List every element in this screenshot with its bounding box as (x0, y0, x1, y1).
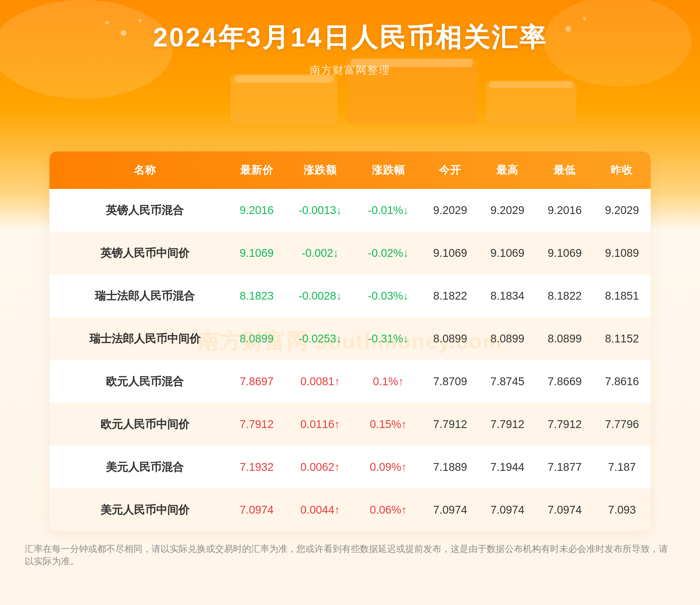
exchange-rate-table: 名称 最新价 涨跌额 涨跌幅 今开 最高 最低 昨收 英镑人民币混合9.2016… (49, 151, 651, 531)
cell-open: 7.1889 (422, 446, 479, 489)
cell-open: 9.1069 (422, 232, 479, 275)
cell-name: 美元人民币中间价 (49, 489, 228, 531)
cell-name: 英镑人民币混合 (49, 189, 228, 232)
cell-change: 0.0062↑ (285, 446, 355, 489)
cell-prev-close: 7.093 (593, 489, 651, 531)
col-header-latest: 最新价 (228, 151, 285, 189)
table-row: 欧元人民币混合7.86970.0081↑0.1%↑7.87097.87457.8… (49, 360, 651, 403)
svg-point-12 (583, 17, 586, 20)
cell-open: 9.2029 (422, 189, 479, 232)
svg-point-8 (121, 30, 126, 36)
cell-prev-close: 7.7796 (593, 403, 651, 446)
cell-change: 0.0044↑ (285, 489, 355, 531)
cell-name: 英镑人民币中间价 (49, 232, 228, 275)
cell-high: 8.1834 (479, 275, 536, 317)
cell-prev-close: 9.1089 (593, 232, 651, 275)
cell-name: 瑞士法郎人民币混合 (49, 275, 228, 317)
cell-prev-close: 7.187 (593, 446, 651, 489)
table-row: 欧元人民币中间价7.79120.0116↑0.15%↑7.79127.79127… (49, 403, 651, 446)
table-body: 英镑人民币混合9.2016-0.0013↓-0.01%↓9.20299.2029… (49, 189, 651, 531)
cell-latest: 7.8697 (228, 360, 285, 403)
cell-change: -0.0028↓ (285, 275, 355, 317)
cell-low: 7.1877 (536, 446, 593, 489)
page-container: 2024年3月14日人民币相关汇率 南方财富网整理 南方财富网 southmon… (0, 0, 700, 605)
cell-high: 9.2029 (479, 189, 536, 232)
cell-latest: 9.1069 (228, 232, 285, 275)
cell-prev-close: 9.2029 (593, 189, 651, 232)
cell-change-pct: 0.09%↑ (355, 446, 421, 489)
cell-change: -0.0253↓ (285, 317, 355, 360)
cell-low: 9.2016 (536, 189, 593, 232)
table-row: 瑞士法郎人民币混合8.1823-0.0028↓-0.03%↓8.18228.18… (49, 275, 651, 317)
footer-note: 汇率在每一分钟或都不尽相同，请以实际兑换或交易时的汇率为准，您或许看到有些数据延… (0, 531, 700, 579)
cell-latest: 7.0974 (228, 489, 285, 531)
cell-latest: 8.0899 (228, 317, 285, 360)
table-row: 美元人民币混合7.19320.0062↑0.09%↑7.18897.19447.… (49, 446, 651, 489)
col-header-name: 名称 (49, 151, 228, 189)
cell-low: 7.8669 (536, 360, 593, 403)
cell-change: -0.002↓ (285, 232, 355, 275)
cell-change: 0.0081↑ (285, 360, 355, 403)
cell-open: 7.7912 (422, 403, 479, 446)
col-header-open: 今开 (422, 151, 479, 189)
cell-latest: 7.7912 (228, 403, 285, 446)
col-header-high: 最高 (479, 151, 536, 189)
col-header-low: 最低 (536, 151, 593, 189)
cell-low: 9.1069 (536, 232, 593, 275)
svg-point-9 (138, 19, 142, 22)
cell-open: 8.0899 (422, 317, 479, 360)
cell-change-pct: 0.1%↑ (355, 360, 421, 403)
col-header-change-pct: 涨跌幅 (355, 151, 421, 189)
table-row: 英镑人民币混合9.2016-0.0013↓-0.01%↓9.20299.2029… (49, 189, 651, 232)
cell-change: -0.0013↓ (285, 189, 355, 232)
cell-open: 8.1822 (422, 275, 479, 317)
cell-name: 美元人民币混合 (49, 446, 228, 489)
exchange-rate-table-wrap: 南方财富网 southmoney.com 名称 最新价 涨跌额 涨跌幅 今开 最… (49, 151, 651, 531)
table-header: 名称 最新价 涨跌额 涨跌幅 今开 最高 最低 昨收 (49, 151, 651, 189)
cell-high: 7.1944 (479, 446, 536, 489)
cell-open: 7.0974 (422, 489, 479, 531)
cell-latest: 9.2016 (228, 189, 285, 232)
cell-latest: 7.1932 (228, 446, 285, 489)
page-title: 2024年3月14日人民币相关汇率 (153, 20, 547, 56)
cell-latest: 8.1823 (228, 275, 285, 317)
col-header-prev-close: 昨收 (593, 151, 651, 189)
cell-prev-close: 8.1851 (593, 275, 651, 317)
cell-low: 7.7912 (536, 403, 593, 446)
cell-prev-close: 7.8616 (593, 360, 651, 403)
cell-name: 欧元人民币混合 (49, 360, 228, 403)
svg-point-1 (544, 0, 692, 86)
cell-name: 欧元人民币中间价 (49, 403, 228, 446)
cell-high: 7.8745 (479, 360, 536, 403)
cell-high: 7.0974 (479, 489, 536, 531)
page-subtitle: 南方财富网整理 (153, 63, 547, 77)
cell-low: 7.0974 (536, 489, 593, 531)
cell-low: 8.0899 (536, 317, 593, 360)
svg-point-11 (565, 26, 571, 32)
table-row: 瑞士法郎人民币中间价8.0899-0.0253↓-0.31%↓8.08998.0… (49, 317, 651, 360)
header-row: 名称 最新价 涨跌额 涨跌幅 今开 最高 最低 昨收 (49, 151, 651, 189)
cell-change-pct: 0.06%↑ (355, 489, 421, 531)
cell-high: 7.7912 (479, 403, 536, 446)
cell-change-pct: -0.31%↓ (355, 317, 421, 360)
cell-high: 9.1069 (479, 232, 536, 275)
col-header-change: 涨跌额 (285, 151, 355, 189)
cell-change-pct: -0.02%↓ (355, 232, 421, 275)
cell-low: 8.1822 (536, 275, 593, 317)
cell-change-pct: -0.03%↓ (355, 275, 421, 317)
cell-change-pct: 0.15%↑ (355, 403, 421, 446)
cell-change: 0.0116↑ (285, 403, 355, 446)
cell-high: 8.0899 (479, 317, 536, 360)
svg-point-10 (105, 21, 109, 25)
table-row: 美元人民币中间价7.09740.0044↑0.06%↑7.09747.09747… (49, 489, 651, 531)
cell-name: 瑞士法郎人民币中间价 (49, 317, 228, 360)
table-row: 英镑人民币中间价9.1069-0.002↓-0.02%↓9.10699.1069… (49, 232, 651, 275)
cell-open: 7.8709 (422, 360, 479, 403)
cell-change-pct: -0.01%↓ (355, 189, 421, 232)
cell-prev-close: 8.1152 (593, 317, 651, 360)
podium-area (0, 81, 700, 147)
header: 2024年3月14日人民币相关汇率 南方财富网整理 (153, 0, 547, 77)
